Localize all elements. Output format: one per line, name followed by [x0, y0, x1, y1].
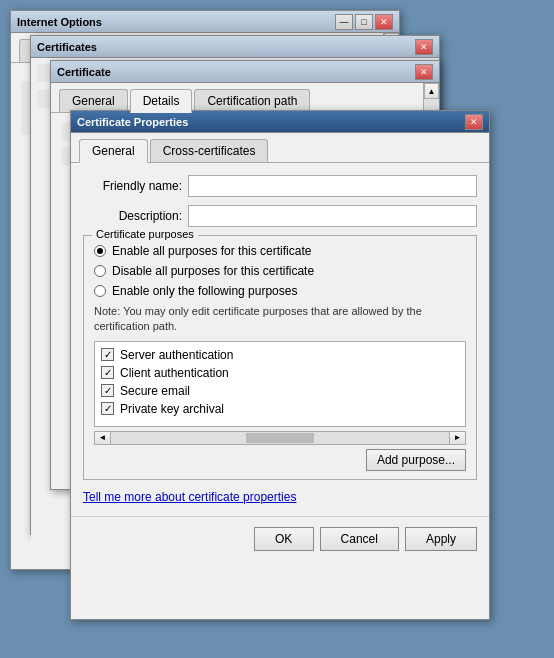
checkbox-secure-email-label: Secure email: [120, 384, 190, 398]
cert-properties-title-bar: Certificate Properties ✕: [71, 111, 489, 133]
learn-more-link-container: Tell me more about certificate propertie…: [83, 490, 477, 504]
ok-button[interactable]: OK: [254, 527, 314, 551]
certificates-title-bar: Certificates ✕: [31, 36, 439, 58]
radio-enable-all-label: Enable all purposes for this certificate: [112, 244, 311, 258]
checkbox-secure-email-box[interactable]: ✓: [101, 384, 114, 397]
checkbox-client-auth[interactable]: ✓ Client authentication: [101, 366, 459, 380]
h-scroll-left-arrow[interactable]: ◄: [95, 432, 111, 444]
checkbox-list: ✓ Server authentication ✓ Client authent…: [94, 341, 466, 427]
cancel-button[interactable]: Cancel: [320, 527, 399, 551]
description-row: Description:: [83, 205, 477, 227]
certificates-controls: ✕: [415, 39, 433, 55]
radio-enable-all-btn[interactable]: [94, 245, 106, 257]
certificate-title-bar: Certificate ✕: [51, 61, 439, 83]
radio-enable-all[interactable]: Enable all purposes for this certificate: [94, 244, 466, 258]
tab-cp-cross[interactable]: Cross-certificates: [150, 139, 269, 162]
tab-cp-general[interactable]: General: [79, 139, 148, 163]
certificates-title: Certificates: [37, 41, 97, 53]
learn-more-link[interactable]: Tell me more about certificate propertie…: [83, 490, 296, 504]
radio-disable-all-btn[interactable]: [94, 265, 106, 277]
checkbox-private-key-label: Private key archival: [120, 402, 224, 416]
description-label: Description:: [83, 209, 188, 223]
cert-properties-tab-strip: General Cross-certificates: [71, 133, 489, 163]
radio-disable-all[interactable]: Disable all purposes for this certificat…: [94, 264, 466, 278]
checkbox-server-auth-label: Server authentication: [120, 348, 233, 362]
cert-purposes-group: Certificate purposes Enable all purposes…: [83, 235, 477, 480]
cert-properties-content: Friendly name: Description: Certificate …: [71, 163, 489, 516]
cert-properties-controls: ✕: [465, 114, 483, 130]
internet-options-title: Internet Options: [17, 16, 102, 28]
h-scroll-track: [111, 432, 449, 444]
certificate-tab-strip: General Details Certification path: [51, 83, 439, 113]
add-purpose-btn[interactable]: Add purpose...: [366, 449, 466, 471]
certificates-close-btn[interactable]: ✕: [415, 39, 433, 55]
checkbox-client-auth-box[interactable]: ✓: [101, 366, 114, 379]
internet-options-controls: — □ ✕: [335, 14, 393, 30]
cert-properties-buttons: OK Cancel Apply: [71, 516, 489, 561]
checkbox-private-key-box[interactable]: ✓: [101, 402, 114, 415]
cert-properties-window: Certificate Properties ✕ General Cross-c…: [70, 110, 490, 620]
radio-enable-following-label: Enable only the following purposes: [112, 284, 297, 298]
cert-purposes-note: Note: You may only edit certificate purp…: [94, 304, 466, 335]
h-scroll-thumb: [246, 433, 314, 443]
certificate-controls: ✕: [415, 64, 433, 80]
cert-scroll-up[interactable]: ▲: [424, 83, 439, 99]
friendly-name-input[interactable]: [188, 175, 477, 197]
cert-properties-title: Certificate Properties: [77, 116, 188, 128]
internet-options-close-btn[interactable]: ✕: [375, 14, 393, 30]
radio-enable-following-btn[interactable]: [94, 285, 106, 297]
tab-cert-path[interactable]: Certification path: [194, 89, 310, 112]
tab-cert-details[interactable]: Details: [130, 89, 193, 113]
apply-button[interactable]: Apply: [405, 527, 477, 551]
h-scroll-right-arrow[interactable]: ►: [449, 432, 465, 444]
cert-properties-close-btn[interactable]: ✕: [465, 114, 483, 130]
internet-options-minimize-btn[interactable]: —: [335, 14, 353, 30]
checkbox-secure-email[interactable]: ✓ Secure email: [101, 384, 459, 398]
checkbox-server-auth[interactable]: ✓ Server authentication: [101, 348, 459, 362]
friendly-name-row: Friendly name:: [83, 175, 477, 197]
certificate-title: Certificate: [57, 66, 111, 78]
internet-options-maximize-btn[interactable]: □: [355, 14, 373, 30]
h-scrollbar[interactable]: ◄ ►: [94, 431, 466, 445]
cert-purposes-label: Certificate purposes: [92, 228, 198, 240]
checkbox-client-auth-label: Client authentication: [120, 366, 229, 380]
description-input[interactable]: [188, 205, 477, 227]
checkbox-server-auth-box[interactable]: ✓: [101, 348, 114, 361]
checkbox-private-key[interactable]: ✓ Private key archival: [101, 402, 459, 416]
internet-options-title-bar: Internet Options — □ ✕: [11, 11, 399, 33]
certificate-close-btn[interactable]: ✕: [415, 64, 433, 80]
radio-enable-following[interactable]: Enable only the following purposes: [94, 284, 466, 298]
tab-cert-general[interactable]: General: [59, 89, 128, 112]
friendly-name-label: Friendly name:: [83, 179, 188, 193]
radio-disable-all-label: Disable all purposes for this certificat…: [112, 264, 314, 278]
